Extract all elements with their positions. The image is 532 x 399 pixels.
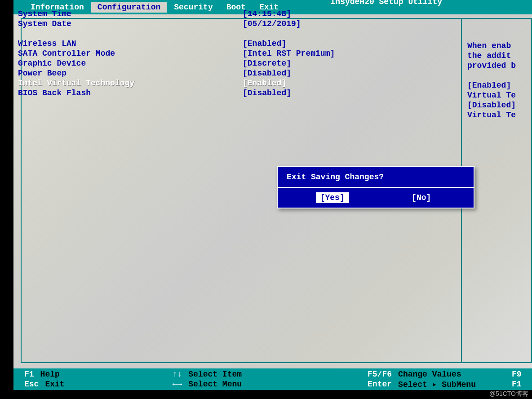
setting-power-beep[interactable]: Power Beep [Disabled] (18, 68, 449, 78)
footer-key: F1 (24, 370, 34, 379)
setting-label: System Time (18, 9, 243, 18)
setting-label: BIOS Back Flash (18, 89, 243, 98)
footer-hint: ↑↓ Select Item (173, 369, 242, 379)
setting-label: System Date (18, 19, 243, 28)
footer-hint: F1 (512, 379, 528, 389)
help-line: Virtual Te (467, 111, 532, 120)
dialog-yes-button[interactable]: [Yes] (316, 192, 349, 203)
setting-value: [Intel RST Premium] (243, 49, 335, 58)
setting-intel-vt[interactable]: Intel Virtual Technology [Enabled] (18, 78, 449, 88)
blank-row (18, 29, 449, 39)
footer-key: ↑↓ (173, 370, 182, 379)
setting-bios-back-flash[interactable]: BIOS Back Flash [Disabled] (18, 88, 449, 98)
setting-value: [14:15:48] (243, 9, 291, 18)
dialog-title: Exit Saving Changes? (278, 167, 474, 188)
footer-action: Exit (45, 380, 64, 389)
setting-label: Intel Virtual Technology (18, 79, 243, 88)
help-line: [Enabled] (467, 81, 532, 91)
footer-hint: Enter Select ▸ SubMenu (368, 379, 476, 389)
watermark: @51CTO博客 (489, 390, 528, 398)
footer-action: Help (40, 370, 60, 379)
setting-wireless-lan[interactable]: Wireless LAN [Enabled] (18, 39, 449, 49)
footer-action: Select ▸ SubMenu (398, 379, 476, 389)
footer-action: Select Menu (188, 380, 242, 389)
help-line: provided b (467, 61, 532, 71)
footer-col-2: ↑↓ Select Item ←→ Select Menu (173, 369, 242, 389)
footer-bar: F1 Help Esc Exit ↑↓ Select Item ←→ Selec… (13, 368, 532, 390)
footer-col-4: F9 F1 (512, 369, 528, 389)
footer-col-1: F1 Help Esc Exit (24, 369, 65, 389)
setting-value: [Discrete] (243, 59, 291, 68)
footer-key: F1 (512, 380, 522, 389)
exit-dialog: Exit Saving Changes? [Yes] [No] (277, 166, 474, 208)
screen-bezel (0, 0, 13, 399)
setting-graphic-device[interactable]: Graphic Device [Discrete] (18, 58, 449, 68)
bios-title: InsydeH20 Setup Utility (331, 0, 442, 6)
setting-sata-controller[interactable]: SATA Controller Mode [Intel RST Premium] (18, 49, 449, 58)
help-line (467, 71, 532, 81)
help-line: [Disabled] (467, 101, 532, 111)
footer-hint: ←→ Select Menu (173, 379, 242, 389)
setting-label: Graphic Device (18, 59, 243, 68)
footer-key: F9 (512, 370, 522, 379)
bios-screen: InsydeH20 Setup Utility Information Conf… (13, 0, 532, 390)
footer-hint: Esc Exit (24, 379, 65, 389)
setting-system-date[interactable]: System Date [05/12/2019] (18, 19, 449, 29)
setting-value: [Disabled] (243, 69, 291, 78)
footer-hint: F5/F6 Change Values (368, 369, 476, 379)
setting-label: Wireless LAN (18, 39, 243, 48)
dialog-buttons: [Yes] [No] (278, 188, 474, 208)
footer-key: ←→ (173, 380, 182, 389)
footer-key: F5/F6 (368, 370, 392, 379)
setting-label: SATA Controller Mode (18, 49, 243, 58)
setting-system-time[interactable]: System Time [14:15:48] (18, 9, 449, 19)
help-line (467, 31, 532, 41)
footer-hint: F1 Help (24, 369, 65, 379)
setting-label: Power Beep (18, 69, 243, 78)
help-line: Virtual Te (467, 91, 532, 101)
setting-value: [Enabled] (243, 39, 286, 48)
help-line: the addit (467, 51, 532, 61)
help-line: When enab (467, 41, 532, 51)
footer-col-3: F5/F6 Change Values Enter Select ▸ SubMe… (368, 369, 476, 389)
footer-action: Change Values (398, 370, 461, 379)
setting-value: [Disabled] (243, 89, 291, 98)
footer-key: Esc (24, 380, 39, 389)
footer-hint: F9 (512, 369, 528, 379)
setting-value: [Enabled] (243, 79, 286, 88)
settings-panel: System Time [14:15:48] System Date [05/1… (18, 9, 449, 98)
setting-value: [05/12/2019] (243, 19, 301, 28)
footer-action: Select Item (188, 370, 242, 379)
help-panel: When enab the addit provided b [Enabled]… (467, 31, 532, 120)
footer-key: Enter (368, 380, 392, 389)
dialog-no-button[interactable]: [No] (407, 192, 435, 203)
